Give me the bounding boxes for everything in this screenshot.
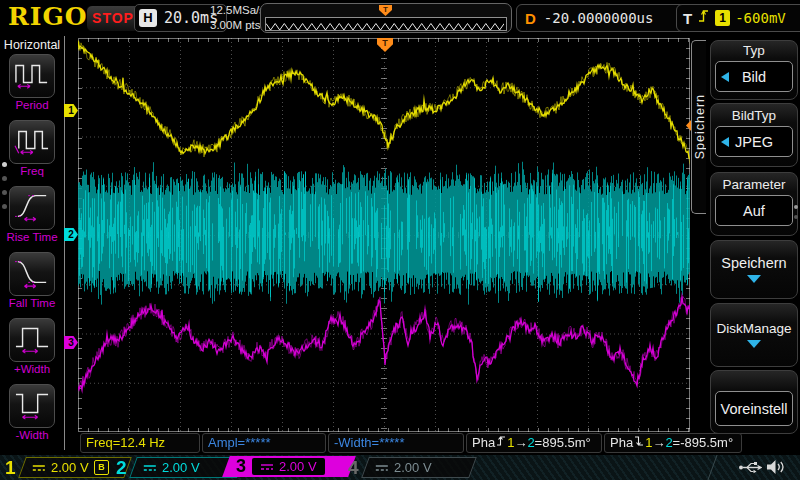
channel3-status-selected[interactable]: 3 2.00 V [222,456,356,477]
run-state-indicator: STOP [86,5,140,32]
save-menu-tab-label: Speichern [693,94,707,159]
softkey-parameter[interactable]: Parameter Auf [710,172,798,236]
phase-src-channel: 1 [507,434,514,452]
softkey-bildtyp-valuebox: JPEG [715,126,793,157]
channel3-scale: 2.00 V [279,459,317,474]
delay-indicator: D -20.0000000us [516,4,686,32]
measurement-ampl: Ampl=***** [202,433,326,453]
phase-value: =895.5m° [535,434,591,452]
freq-icon [13,123,51,161]
menu-item-label: +Width [0,363,64,375]
menu-item-label: Fall Time [0,297,64,309]
trigger-label: T [683,10,692,27]
channel4-number[interactable]: 4 [348,456,359,479]
period-icon [13,57,51,95]
right-softkey-menu: Typ Bild BildTyp JPEG Parameter Auf Spei… [706,36,800,455]
trigger-indicator: T 1 -600mV [676,4,800,32]
softkey-typ[interactable]: Typ Bild [710,40,798,100]
left-menu-title: Horizontal [0,36,64,52]
usb-icon [738,459,762,480]
softkey-parameter-header: Parameter [711,176,797,193]
phase-dst-channel: 2 [665,434,672,452]
channel3-status: 2.00 V [252,458,325,475]
waveform-overview[interactable]: T [260,3,512,33]
menu-item-minus-width[interactable]: -Width [0,384,64,448]
softkey-preset[interactable]: Voreinstell [710,370,798,434]
arrow-right-icon: → [652,434,665,452]
left-menu-scroll-dots [2,162,8,218]
phase-value: =-895.5m° [673,434,733,452]
channel1-number[interactable]: 1 [5,456,16,479]
channel2-scale: 2.00 V [162,460,200,475]
memory-depth: 3.00M pts [210,18,265,33]
delay-icon: D [525,10,536,27]
sound-icon [764,458,786,480]
channel2-marker[interactable]: 2 [64,228,78,241]
sample-rate: 12.5MSa/s [210,3,265,18]
waveform-overview-window [265,17,507,31]
softkey-bildtyp-header: BildTyp [711,107,797,124]
menu-item-rise-time[interactable]: Rise Time [0,186,64,250]
left-arrow-icon [721,137,729,147]
acquisition-info: 12.5MSa/s 3.00M pts [210,3,265,33]
measurement-phase-rise: Pha 1 → 2 =895.5m° [466,433,602,453]
down-arrow-icon [747,275,761,283]
rise-time-icon [13,189,51,227]
softkey-diskmanage-label: DiskManage [711,321,797,336]
phase-dst-channel: 2 [527,434,534,452]
bar-divider [707,455,717,480]
menu-item-fall-time[interactable]: Fall Time [0,252,64,316]
menu-item-period[interactable]: Period [0,54,64,118]
menu-item-label: Freq [0,165,64,177]
phase-prefix: Pha [472,434,495,452]
waveform-display[interactable] [78,38,690,432]
channel1-status[interactable]: 2.00 V B [18,457,132,478]
horizontal-icon: H [139,9,157,27]
softkey-typ-value: Bild [742,69,766,85]
overview-trigger-marker[interactable]: T [379,5,392,16]
dc-coupling-icon [143,459,157,477]
softkey-preset-label: Voreinstell [721,401,788,417]
plus-width-icon [13,321,51,359]
channel2-number[interactable]: 2 [116,456,127,479]
menu-item-label: Rise Time [0,231,64,243]
measurement-phase-fall: Pha 1 → 2 =-895.5m° [604,433,742,453]
right-menu-scroll-dots [794,205,798,225]
left-measure-menu: Horizontal Period Freq Rise Time [0,36,65,450]
down-arrow-icon [747,340,761,348]
arrow-right-icon: → [514,434,527,452]
softkey-bildtyp[interactable]: BildTyp JPEG [710,103,798,167]
channel4-status[interactable]: 2.00 V [361,457,477,478]
rising-edge-icon [495,434,507,452]
trigger-slope-icon [697,8,710,28]
softkey-diskmanage[interactable]: DiskManage [710,303,798,367]
softkey-parameter-value: Auf [743,203,765,219]
trigger-source-badge: 1 [715,10,730,26]
softkey-save-label: Speichern [711,255,797,271]
softkey-save[interactable]: Speichern [710,240,798,299]
channel3-number: 3 [236,456,246,477]
channel-status-bar: 1 2.00 V B 2 2.00 V 3 2.00 V 4 2.00 V [0,455,800,480]
bandwidth-limit-icon: B [94,460,109,475]
channel3-marker[interactable]: 3 [64,336,78,349]
phase-prefix: Pha [610,434,633,452]
menu-item-freq[interactable]: Freq [0,120,64,184]
oscilloscope-screen: { "colors": { "ch1": "#e8e000", "ch2": "… [0,0,800,480]
dc-coupling-icon [32,459,46,477]
phase-src-channel: 1 [645,434,652,452]
left-arrow-icon [721,72,729,82]
softkey-typ-valuebox: Bild [715,61,793,92]
menu-item-label: Period [0,99,64,111]
minus-width-icon [13,387,51,425]
measurement-freq: Freq=12.4 Hz [80,433,200,453]
softkey-bildtyp-value: JPEG [735,134,773,150]
softkey-typ-header: Typ [711,42,797,59]
channel1-marker[interactable]: 1 [64,104,78,117]
channel1-scale: 2.00 V [51,460,89,475]
overview-wave [266,24,504,31]
dc-coupling-icon [375,459,389,477]
trigger-level-value: -600mV [735,10,786,26]
channel4-scale: 2.00 V [394,460,432,475]
measurement-minus-width: -Width=***** [328,433,464,453]
menu-item-plus-width[interactable]: +Width [0,318,64,382]
